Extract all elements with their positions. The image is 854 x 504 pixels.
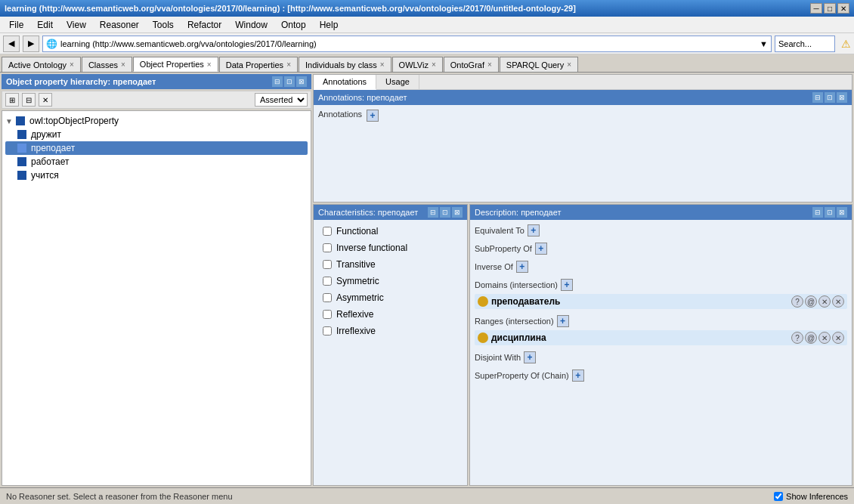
char-functional: Functional — [323, 226, 458, 237]
tab-label: Object Properties — [140, 60, 204, 69]
annotations-header-title: Annotations: преподает — [318, 93, 407, 102]
tree-toggle-root[interactable]: ▼ — [5, 117, 14, 125]
ranges-add-btn[interactable]: + — [557, 315, 569, 327]
char-reflexive-label: Reflexive — [336, 309, 373, 320]
tab-close-classes[interactable]: × — [121, 60, 125, 69]
hierarchy-ctrl-3[interactable]: ⊠ — [296, 76, 307, 87]
tree-item-uchitsya[interactable]: учится — [5, 169, 308, 182]
annotations-add-btn[interactable]: + — [367, 110, 379, 122]
inverse-of-add-btn[interactable]: + — [516, 261, 528, 273]
domain-action-close[interactable]: ✕ — [832, 295, 844, 308]
menu-item-reasoner[interactable]: Reasoner — [94, 18, 145, 32]
page-icon: 🌐 — [46, 39, 57, 49]
tab-close-individuals-by-class[interactable]: × — [380, 60, 385, 69]
equivalent-to-add-btn[interactable]: + — [528, 224, 540, 237]
tree-label-druzhit: дружит — [31, 129, 61, 140]
tab-label: OntoGraf — [450, 60, 484, 70]
char-ctrl-1[interactable]: ⊟ — [428, 207, 438, 218]
range-action-edit[interactable]: @ — [805, 332, 817, 344]
char-ctrl-2[interactable]: ⊡ — [440, 207, 450, 218]
char-ctrl-3[interactable]: ⊠ — [452, 207, 463, 218]
char-asymmetric-checkbox[interactable] — [323, 293, 332, 302]
tree-item-druzhit[interactable]: дружит — [5, 128, 308, 141]
char-asymmetric: Asymmetric — [323, 292, 458, 303]
tab-owlviz[interactable]: OWLViz× — [392, 57, 443, 72]
tree-item-rabotaet[interactable]: работает — [5, 155, 308, 169]
range-action-remove[interactable]: ✕ — [818, 332, 831, 344]
tab-classes[interactable]: Classes× — [82, 57, 132, 72]
show-inferences-label: Show Inferences — [786, 492, 848, 501]
close-button[interactable]: ✕ — [837, 3, 849, 14]
tab-close-active-ontology[interactable]: × — [70, 60, 74, 69]
search-box[interactable]: Search... — [775, 36, 835, 52]
forward-button[interactable]: ▶ — [23, 36, 39, 52]
disjoint-header: Disjoint With + — [475, 351, 847, 363]
menu-item-view[interactable]: View — [60, 18, 92, 32]
hier-remove-btn[interactable]: ⊟ — [22, 93, 36, 107]
tab-usage[interactable]: Usage — [376, 75, 419, 89]
subproperty-section: SubProperty Of + — [475, 243, 847, 255]
hierarchy-ctrl-2[interactable]: ⊡ — [284, 76, 295, 87]
desc-ctrl-3[interactable]: ⊠ — [837, 207, 847, 218]
tab-active-ontology[interactable]: Active Ontology× — [2, 57, 81, 72]
hierarchy-ctrl-1[interactable]: ⊟ — [272, 76, 283, 87]
hier-add-btn[interactable]: ⊞ — [5, 93, 19, 107]
status-bar: No Reasoner set. Select a reasoner from … — [0, 487, 854, 504]
menu-item-file[interactable]: File — [3, 18, 29, 32]
desc-ctrl-2[interactable]: ⊡ — [825, 207, 835, 218]
tab-object-properties[interactable]: Object Properties× — [133, 57, 218, 72]
minimize-button[interactable]: ─ — [810, 3, 822, 14]
tab-ontograf[interactable]: OntoGraf× — [444, 57, 499, 72]
tree-item-root[interactable]: ▼ owl:topObjectProperty — [5, 114, 308, 128]
tab-close-ontograf[interactable]: × — [487, 60, 492, 69]
tab-sparql-query[interactable]: SPARQL Query× — [500, 57, 578, 72]
char-irreflexive-checkbox[interactable] — [323, 326, 332, 335]
dropdown-icon[interactable]: ▼ — [760, 39, 768, 48]
menu-item-ontop[interactable]: Ontop — [275, 18, 312, 32]
annotations-header-controls: ⊟ ⊡ ⊠ — [812, 92, 847, 103]
char-transitive-checkbox[interactable] — [323, 260, 332, 269]
hier-close-btn[interactable]: ✕ — [39, 93, 52, 107]
tab-close-data-properties[interactable]: × — [286, 60, 291, 69]
tab-close-sparql-query[interactable]: × — [567, 60, 571, 69]
tab-close-owlviz[interactable]: × — [432, 60, 436, 69]
domain-action-edit[interactable]: @ — [805, 295, 817, 308]
char-reflexive-checkbox[interactable] — [323, 310, 332, 319]
char-functional-checkbox[interactable] — [323, 227, 332, 236]
maximize-button[interactable]: □ — [824, 3, 836, 14]
menu-item-window[interactable]: Window — [229, 18, 274, 32]
tab-individuals-by-class[interactable]: Individuals by class× — [299, 57, 391, 72]
title-bar: learning (http://www.semanticweb.org/vva… — [0, 0, 854, 17]
menu-item-refactor[interactable]: Refactor — [181, 18, 227, 32]
tab-close-object-properties[interactable]: × — [207, 60, 212, 69]
back-button[interactable]: ◀ — [3, 36, 20, 52]
tree-item-prepodaet[interactable]: преподает — [5, 141, 308, 155]
menu-item-tools[interactable]: Tools — [147, 18, 180, 32]
char-symmetric-checkbox[interactable] — [323, 277, 332, 286]
anno-ctrl-1[interactable]: ⊟ — [812, 92, 823, 103]
show-inferences-checkbox[interactable] — [774, 492, 783, 501]
superproperty-section: SuperProperty Of (Chain) + — [475, 369, 847, 382]
anno-ctrl-2[interactable]: ⊡ — [825, 92, 835, 103]
anno-ctrl-3[interactable]: ⊠ — [837, 92, 847, 103]
domains-add-btn[interactable]: + — [561, 279, 573, 291]
menu-item-help[interactable]: Help — [314, 18, 345, 32]
superproperty-add-btn[interactable]: + — [572, 369, 584, 382]
ranges-section: Ranges (intersection) + дисциплина ? @ ✕… — [475, 315, 847, 345]
range-action-info[interactable]: ? — [791, 332, 803, 344]
range-action-close[interactable]: ✕ — [832, 332, 844, 344]
tab-annotations[interactable]: Annotations — [314, 75, 376, 90]
disjoint-add-btn[interactable]: + — [524, 351, 536, 363]
menu-item-edit[interactable]: Edit — [31, 18, 59, 32]
asserted-select[interactable]: Asserted Inferred — [255, 93, 308, 107]
bottom-panels: Characteristics: преподает ⊟ ⊡ ⊠ Functio… — [313, 204, 852, 486]
range-item-disciplina: дисциплина ? @ ✕ ✕ — [475, 330, 847, 345]
annotations-panel: Annotations Usage Annotations: преподает… — [313, 74, 852, 203]
subproperty-add-btn[interactable]: + — [535, 243, 547, 255]
desc-ctrl-1[interactable]: ⊟ — [812, 207, 823, 218]
tab-data-properties[interactable]: Data Properties× — [219, 57, 298, 72]
domain-action-remove[interactable]: ✕ — [818, 295, 831, 308]
domain-action-info[interactable]: ? — [791, 295, 803, 308]
range-text: дисциплина — [491, 332, 788, 343]
char-inverse-functional-checkbox[interactable] — [323, 243, 332, 252]
